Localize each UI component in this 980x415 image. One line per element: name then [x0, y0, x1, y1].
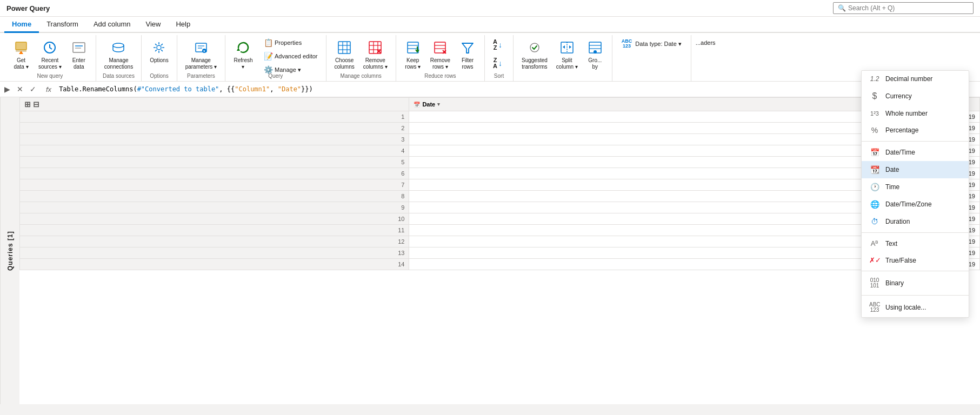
- remove-rows-button[interactable]: Removerows ▾: [426, 36, 454, 73]
- table-icon: ⊞: [24, 100, 31, 109]
- data-type-label: Data type: Date ▾: [635, 41, 682, 48]
- get-data-button[interactable]: Getdata ▾: [9, 36, 34, 73]
- recent-sources-button[interactable]: Recentsources ▾: [35, 36, 65, 73]
- formula-text-part1: Table.RenameColumns(: [59, 85, 137, 93]
- dropdown-item-datetime[interactable]: 📅 Date/Time: [862, 144, 969, 161]
- table-row[interactable]: 141/14/2019: [20, 259, 980, 270]
- dropdown-item-locale[interactable]: ABC123 Using locale...: [862, 298, 969, 317]
- table-row[interactable]: 61/6/2019: [20, 168, 980, 179]
- table-row[interactable]: 51/5/2019: [20, 157, 980, 168]
- keep-rows-button[interactable]: Keeprows ▾: [401, 36, 425, 73]
- remove-columns-button[interactable]: Removecolumns ▾: [359, 36, 391, 73]
- ribbon-buttons-manage-columns: Choosecolumns Removecolumns ▾: [331, 36, 391, 73]
- table-row[interactable]: 41/4/2019: [20, 145, 980, 157]
- decimal-icon: 1.2: [869, 75, 880, 83]
- group-by-button[interactable]: Gro...by: [583, 36, 608, 73]
- row-number: 14: [20, 259, 409, 270]
- row-number: 7: [20, 179, 409, 191]
- dropdown-item-currency[interactable]: $ Currency: [862, 87, 969, 105]
- data-type-button[interactable]: ABC123 Data type: Date ▾: [617, 36, 686, 51]
- row-number: 6: [20, 168, 409, 179]
- properties-label: Properties: [275, 39, 302, 46]
- table-row[interactable]: 91/9/2019: [20, 202, 980, 213]
- table-row[interactable]: 121/12/2019: [20, 236, 980, 247]
- enter-data-button[interactable]: Enterdata: [66, 36, 91, 73]
- search-icon: 🔍: [838, 4, 846, 12]
- options-button[interactable]: Options: [146, 36, 172, 66]
- table-row[interactable]: 131/13/2019: [20, 247, 980, 259]
- table-row[interactable]: 11/1/2019: [20, 111, 980, 123]
- suggested-transforms-button[interactable]: Suggestedtransforms: [518, 36, 551, 73]
- svg-marker-36: [462, 43, 473, 53]
- truefalse-icon: ✗✓: [869, 256, 880, 264]
- ribbon-buttons-reduce-rows: Keeprows ▾ Removerows ▾ Filterrows: [401, 36, 480, 73]
- tab-add-column[interactable]: Add column: [86, 17, 138, 33]
- queries-panel[interactable]: Queries [1]: [0, 97, 19, 404]
- text-label: Text: [885, 240, 897, 247]
- advanced-editor-button[interactable]: 📝 Advanced editor: [260, 50, 322, 63]
- separator-1: [862, 141, 969, 142]
- dropdown-item-text[interactable]: Aᴮ Text: [862, 235, 969, 252]
- duration-icon: ⏱: [869, 217, 880, 226]
- data-grid[interactable]: ⊞ ⊟ 📅 Date ▾ 11/1/201921/2/201931/3/2019…: [19, 97, 980, 404]
- group-by-label: Gro...by: [588, 57, 602, 70]
- table-row[interactable]: 101/10/2019: [20, 213, 980, 225]
- dropdown-item-truefalse[interactable]: ✗✓ True/False: [862, 252, 969, 269]
- ribbon-group-new-query: Getdata ▾ Recentsources ▾ Enterdata New …: [4, 35, 96, 81]
- row-number: 8: [20, 191, 409, 202]
- dropdown-item-time[interactable]: 🕐 Time: [862, 178, 969, 196]
- formula-confirm-button[interactable]: ✓: [28, 84, 38, 95]
- table-row[interactable]: 81/8/2019: [20, 191, 980, 202]
- duration-label: Duration: [885, 218, 910, 225]
- tab-help[interactable]: Help: [168, 17, 198, 33]
- svg-point-37: [530, 43, 539, 52]
- app-title: Power Query: [6, 4, 50, 12]
- svg-rect-4: [73, 43, 85, 52]
- query-stack: 📋 Properties 📝 Advanced editor ⚙️ Manage…: [260, 36, 322, 76]
- svg-marker-14: [237, 48, 240, 51]
- dropdown-item-duration[interactable]: ⏱ Duration: [862, 213, 969, 230]
- date-type-icon: 📅: [414, 102, 420, 108]
- split-column-button[interactable]: Splitcolumn ▾: [552, 36, 582, 73]
- table-row[interactable]: 31/3/2019: [20, 134, 980, 145]
- tab-home[interactable]: Home: [4, 17, 39, 33]
- svg-point-8: [157, 45, 161, 50]
- recent-sources-icon: [41, 39, 58, 56]
- formula-cancel-button[interactable]: ✕: [15, 84, 25, 95]
- tab-view[interactable]: View: [138, 17, 169, 33]
- ribbon-label-options: Options: [146, 73, 172, 80]
- dropdown-item-decimal[interactable]: 1.2 Decimal number: [862, 71, 969, 87]
- date-col-dropdown[interactable]: ▾: [437, 102, 440, 107]
- search-box[interactable]: 🔍: [833, 2, 974, 14]
- manage-parameters-button[interactable]: ▾ Manageparameters ▾: [182, 36, 221, 73]
- table-row[interactable]: 111/11/2019: [20, 225, 980, 236]
- sort-desc-button[interactable]: ZA ↓: [489, 55, 509, 72]
- ribbon-group-headers: ...aders: [691, 35, 720, 81]
- manage-parameters-label: Manageparameters ▾: [185, 57, 217, 70]
- options-icon: [150, 39, 168, 56]
- choose-columns-button[interactable]: Choosecolumns: [331, 36, 358, 73]
- table-row[interactable]: 71/7/2019: [20, 179, 980, 191]
- dropdown-item-whole-number[interactable]: 1²3 Whole number: [862, 105, 969, 122]
- time-icon: 🕐: [869, 183, 880, 191]
- expand-collapse-toggle[interactable]: ▶: [4, 85, 10, 93]
- ribbon-label-data-sources: Data sources: [101, 73, 137, 80]
- suggested-transforms-label: Suggestedtransforms: [522, 57, 548, 70]
- sort-asc-button[interactable]: AZ ↓: [489, 36, 509, 53]
- dropdown-item-binary[interactable]: 010101 Binary: [862, 273, 969, 293]
- formula-text-col2: "Date": [278, 85, 301, 93]
- filter-rows-button[interactable]: Filterrows: [455, 36, 480, 73]
- tab-transform[interactable]: Transform: [39, 17, 86, 33]
- properties-button[interactable]: 📋 Properties: [260, 36, 322, 49]
- manage-connections-button[interactable]: Manageconnections: [101, 36, 137, 73]
- date-col-name: Date: [422, 101, 435, 108]
- dropdown-item-date[interactable]: 📆 Date: [862, 161, 969, 178]
- table-row[interactable]: 21/2/2019: [20, 123, 980, 134]
- refresh-button[interactable]: Refresh▾: [230, 36, 257, 73]
- dropdown-item-percentage[interactable]: % Percentage: [862, 122, 969, 139]
- dropdown-item-datetimezone[interactable]: 🌐 Date/Time/Zone: [862, 196, 969, 213]
- manage-connections-icon: [110, 39, 127, 56]
- search-input[interactable]: [848, 4, 969, 12]
- percentage-icon: %: [869, 126, 880, 135]
- ribbon-label-data-type: [617, 73, 686, 80]
